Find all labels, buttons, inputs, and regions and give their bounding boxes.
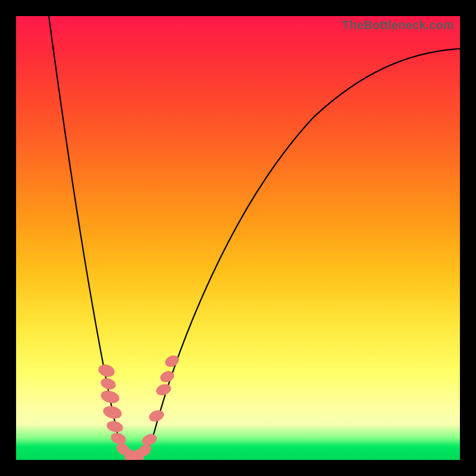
- bead-marker: [97, 362, 117, 379]
- right-curve: [138, 49, 460, 458]
- bead-marker: [148, 408, 166, 424]
- bead-marker: [109, 431, 128, 446]
- beads-left-group: [97, 362, 139, 460]
- left-curve: [49, 16, 132, 458]
- chart-svg: [16, 16, 460, 460]
- plot-area: TheBottleneck.com: [16, 16, 460, 460]
- bead-marker: [155, 382, 173, 397]
- bead-marker: [102, 404, 123, 421]
- bead-marker: [99, 376, 117, 391]
- bead-marker: [140, 432, 159, 447]
- bead-marker: [105, 419, 124, 434]
- chart-frame: TheBottleneck.com: [0, 0, 476, 476]
- bead-marker: [99, 389, 121, 405]
